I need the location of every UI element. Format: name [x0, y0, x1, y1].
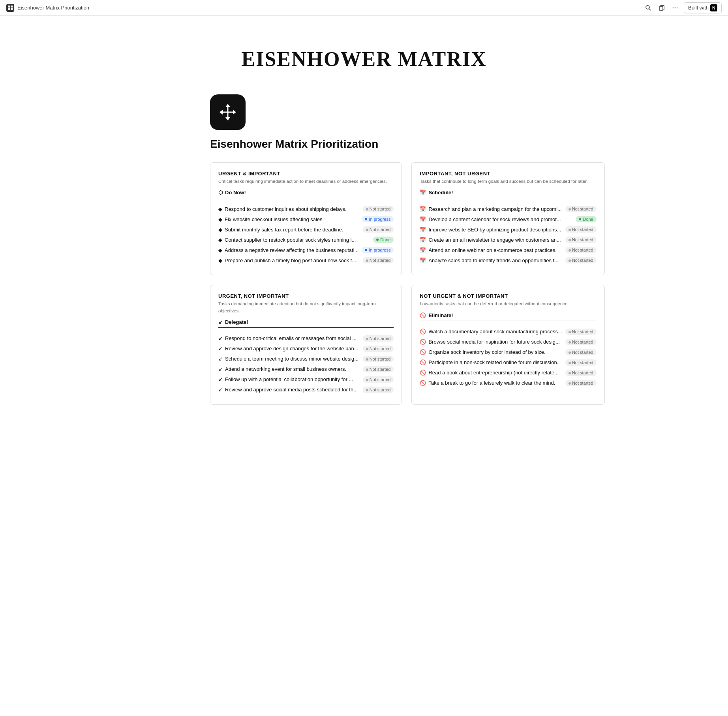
- status-dot: [569, 351, 571, 354]
- task-icon: ↙: [218, 335, 223, 341]
- section-label-2: 📅 Schedule!: [420, 190, 596, 198]
- topbar: Eisenhower Matrix Prioritization Built w…: [0, 0, 728, 16]
- task-item: ◆ Contact supplier to restock popular so…: [218, 235, 394, 245]
- task-icon: ◆: [218, 227, 222, 233]
- task-left: ◆ Prepare and publish a timely blog post…: [218, 257, 360, 263]
- task-item: 🚫 Browse social media for inspiration fo…: [420, 337, 596, 347]
- task-left: ↙ Schedule a team meeting to discuss min…: [218, 356, 360, 362]
- status-badge: Not started: [565, 380, 597, 386]
- search-button[interactable]: [644, 3, 653, 13]
- task-text: Fix website checkout issues affecting sa…: [225, 216, 324, 222]
- task-text: Take a break to go for a leisurely walk …: [428, 380, 555, 386]
- status-dot: [366, 208, 368, 210]
- task-text: Attend an online webinar on e-commerce b…: [428, 247, 556, 253]
- topbar-right: Built with N: [644, 2, 722, 13]
- task-item: 📅 Attend an online webinar on e-commerce…: [420, 245, 596, 255]
- svg-point-9: [677, 7, 678, 8]
- task-item: ◆ Prepare and publish a timely blog post…: [218, 255, 394, 265]
- task-icon: 🚫: [420, 359, 426, 365]
- status-badge: Not started: [363, 356, 394, 362]
- task-icon: ↙: [218, 376, 223, 382]
- task-icon: ◆: [218, 216, 222, 222]
- app-title: Eisenhower Matrix Prioritization: [17, 5, 89, 11]
- status-dot: [366, 229, 368, 231]
- status-badge: Not started: [565, 247, 597, 253]
- page-content: EISENHOWER MATRIX Eisenhower Matrix Prio…: [186, 16, 542, 428]
- task-text: Submit monthly sales tax report before t…: [225, 227, 343, 233]
- svg-rect-2: [8, 8, 10, 10]
- task-icon: ◆: [218, 257, 222, 263]
- more-button[interactable]: [670, 3, 680, 13]
- task-icon: 🚫: [420, 329, 426, 335]
- section-label-1: ⬡ Do Now!: [218, 190, 394, 198]
- task-item: 🚫 Participate in a non-sock related onli…: [420, 357, 596, 368]
- quadrant-title-1: URGENT & IMPORTANT: [218, 171, 394, 177]
- task-icon: 📅: [420, 247, 426, 253]
- status-dot: [569, 331, 571, 333]
- status-dot: [569, 259, 571, 262]
- do-now-icon: ⬡: [218, 190, 223, 195]
- task-text: Participate in a non-sock related online…: [428, 359, 558, 365]
- svg-rect-3: [11, 8, 13, 10]
- task-item: ↙ Respond to non-critical emails or mess…: [218, 333, 394, 344]
- task-list-4: 🚫 Watch a documentary about sock manufac…: [420, 327, 596, 388]
- status-badge: Not started: [363, 226, 394, 233]
- task-text: Contact supplier to restock popular sock…: [225, 237, 356, 243]
- task-left: 📅 Attend an online webinar on e-commerce…: [420, 247, 562, 253]
- status-badge: In progress: [362, 247, 394, 253]
- status-badge: In progress: [362, 216, 394, 222]
- task-item: 📅 Analyze sales data to identify trends …: [420, 255, 596, 265]
- task-left: 🚫 Organize sock inventory by color inste…: [420, 349, 562, 355]
- delegate-label: Delegate!: [225, 319, 248, 325]
- task-icon: 🚫: [420, 349, 426, 355]
- notion-logo: N: [710, 4, 717, 11]
- quadrant-title-2: IMPORTANT, NOT URGENT: [420, 171, 596, 177]
- status-badge: Not started: [565, 329, 597, 335]
- status-badge: Not started: [565, 349, 597, 355]
- schedule-icon: 📅: [420, 190, 426, 195]
- task-item: ↙ Schedule a team meeting to discuss min…: [218, 354, 394, 364]
- status-dot: [366, 368, 368, 371]
- task-text: Address a negative review affecting the …: [225, 247, 358, 253]
- status-dot: [569, 229, 571, 231]
- quadrant-header-1: URGENT & IMPORTANT Critical tasks requir…: [218, 171, 394, 185]
- status-dot: [569, 208, 571, 210]
- status-badge: Not started: [565, 226, 597, 233]
- svg-point-8: [675, 7, 676, 8]
- task-left: ◆ Fix website checkout issues affecting …: [218, 216, 358, 222]
- task-text: Read a book about entrepreneurship (not …: [428, 370, 559, 376]
- app-icon: [6, 4, 14, 12]
- task-left: 📅 Develop a content calendar for sock re…: [420, 216, 572, 222]
- quadrant-desc-3: Tasks demanding immediate attention but …: [218, 301, 394, 314]
- duplicate-button[interactable]: [657, 3, 666, 13]
- status-dot: [366, 379, 368, 381]
- task-text: Organize sock inventory by color instead…: [428, 349, 545, 355]
- task-item: ◆ Submit monthly sales tax report before…: [218, 224, 394, 235]
- quadrant-desc-2: Tasks that contribute to long-term goals…: [420, 178, 596, 185]
- task-text: Schedule a team meeting to discuss minor…: [225, 356, 358, 362]
- status-dot: [366, 259, 368, 262]
- task-text: Review and approve design changes for th…: [225, 346, 358, 351]
- task-item: 📅 Create an email newsletter to engage w…: [420, 235, 596, 245]
- task-text: Follow up with a potential collaboration…: [225, 376, 353, 382]
- status-badge: Not started: [363, 387, 394, 393]
- quadrant-important-not-urgent: IMPORTANT, NOT URGENT Tasks that contrib…: [411, 162, 604, 275]
- task-icon: 📅: [420, 227, 426, 233]
- task-item: ◆ Address a negative review affecting th…: [218, 245, 394, 255]
- status-badge: Not started: [363, 346, 394, 352]
- task-icon: ↙: [218, 346, 223, 351]
- task-left: 🚫 Read a book about entrepreneurship (no…: [420, 370, 562, 376]
- quadrant-desc-4: Low-priority tasks that can be deferred …: [420, 301, 596, 307]
- status-badge: Not started: [363, 366, 394, 372]
- built-with-button[interactable]: Built with N: [684, 2, 722, 13]
- status-dot: [569, 239, 571, 241]
- topbar-left: Eisenhower Matrix Prioritization: [6, 4, 89, 12]
- status-dot: [365, 249, 367, 251]
- task-left: ↙ Review and approve social media posts …: [218, 387, 360, 393]
- page-header: EISENHOWER MATRIX: [210, 32, 518, 71]
- task-text: Attend a networking event for small busi…: [225, 366, 346, 372]
- page-icon-box: [210, 94, 246, 130]
- task-item: 📅 Develop a content calendar for sock re…: [420, 214, 596, 224]
- quadrant-title-4: NOT URGENT & NOT IMPORTANT: [420, 293, 596, 299]
- task-item: ↙ Attend a networking event for small bu…: [218, 364, 394, 374]
